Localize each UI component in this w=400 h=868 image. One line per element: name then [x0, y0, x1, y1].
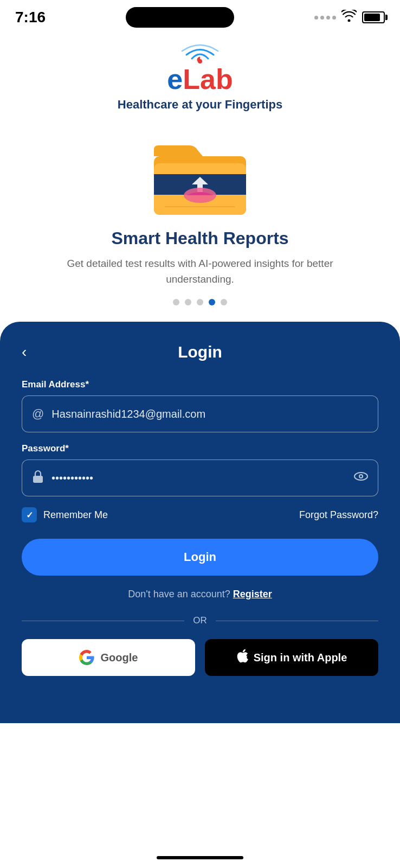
- login-title: Login: [178, 343, 222, 361]
- logo-wifi-arcs: [178, 43, 222, 65]
- battery-icon: [362, 11, 385, 23]
- carousel-section: Smart Health Reports Get detailed test r…: [0, 133, 400, 322]
- logo-e: e: [167, 63, 183, 95]
- checkmark-icon: ✓: [26, 510, 33, 520]
- carousel-title: Smart Health Reports: [0, 228, 400, 248]
- options-row: ✓ Remember Me Forgot Password?: [22, 507, 378, 522]
- social-buttons: Google Sign in with Apple: [22, 639, 378, 676]
- signal-icon: [314, 16, 336, 20]
- forgot-password-link[interactable]: Forgot Password?: [299, 509, 378, 521]
- carousel-dots: [0, 299, 400, 305]
- apple-button[interactable]: Sign in with Apple: [205, 639, 378, 676]
- carousel-dot-2[interactable]: [185, 299, 191, 305]
- carousel-dot-3[interactable]: [197, 299, 203, 305]
- svg-point-0: [198, 59, 202, 63]
- apple-label: Sign in with Apple: [254, 652, 347, 664]
- back-button[interactable]: ‹: [22, 341, 32, 363]
- email-input[interactable]: [51, 408, 368, 420]
- carousel-illustration: [0, 133, 400, 218]
- no-account-text: Don't have an account?: [128, 589, 230, 599]
- svg-point-10: [360, 475, 362, 477]
- logo-lab: Lab: [183, 63, 233, 95]
- divider-left: [22, 621, 184, 621]
- logo-tagline: Healthcare at your Fingertips: [118, 98, 282, 112]
- svg-rect-7: [33, 476, 43, 483]
- status-icons: [314, 10, 385, 25]
- email-label: Email Address*: [22, 379, 378, 390]
- email-input-container: @: [22, 395, 378, 432]
- or-divider: OR: [22, 615, 378, 626]
- register-row: Don't have an account? Register: [22, 589, 378, 600]
- wifi-icon: [341, 10, 357, 25]
- divider-right: [216, 621, 378, 621]
- remember-me-container[interactable]: ✓ Remember Me: [22, 507, 108, 522]
- status-time: 7:16: [15, 9, 46, 26]
- home-indicator: [157, 856, 243, 859]
- google-label: Google: [101, 652, 138, 664]
- logo-text: eLab: [167, 65, 233, 93]
- password-label: Password*: [22, 443, 378, 454]
- dynamic-island: [126, 7, 234, 28]
- carousel-dot-1[interactable]: [173, 299, 179, 305]
- logo-container: eLab Healthcare at your Fingertips: [22, 43, 378, 128]
- password-input-container: [22, 459, 378, 496]
- status-bar: 7:16: [0, 0, 400, 33]
- login-panel: ‹ Login Email Address* @ Password*: [0, 322, 400, 723]
- apple-icon: [236, 649, 248, 667]
- remember-label: Remember Me: [43, 509, 108, 521]
- register-link[interactable]: Register: [233, 589, 272, 599]
- carousel-dot-4[interactable]: [209, 299, 215, 305]
- logo-section: eLab Healthcare at your Fingertips: [0, 33, 400, 128]
- remember-checkbox[interactable]: ✓: [22, 507, 37, 522]
- eye-icon[interactable]: [354, 471, 368, 485]
- email-icon: @: [32, 407, 44, 421]
- login-header: ‹ Login: [22, 341, 378, 363]
- carousel-dot-5[interactable]: [221, 299, 227, 305]
- google-button[interactable]: Google: [22, 639, 195, 676]
- or-text: OR: [193, 615, 207, 626]
- google-icon: [79, 650, 94, 665]
- lock-icon: [32, 469, 44, 487]
- carousel-description: Get detailed test results with AI-powere…: [0, 256, 400, 287]
- password-input[interactable]: [51, 472, 354, 484]
- login-button[interactable]: Login: [22, 539, 378, 576]
